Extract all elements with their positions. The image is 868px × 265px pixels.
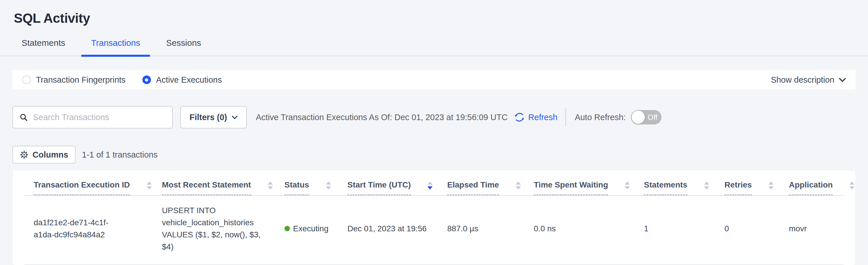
chevron-down-icon xyxy=(232,115,238,119)
sort-icon[interactable] xyxy=(268,182,273,189)
radio-label: Transaction Fingerprints xyxy=(36,75,126,85)
cell-statements: 1 xyxy=(644,223,724,235)
page-title: SQL Activity xyxy=(14,10,868,26)
column-header-transaction-execution-id[interactable]: Transaction Execution ID xyxy=(24,180,162,195)
content-area: Transaction Fingerprints Active Executio… xyxy=(0,70,868,265)
transactions-table: Transaction Execution ID Most Recent Sta… xyxy=(12,170,856,265)
page-header: SQL Activity xyxy=(0,0,868,26)
toggle-knob xyxy=(631,111,645,124)
column-header-most-recent-statement[interactable]: Most Recent Statement xyxy=(162,180,284,195)
filters-label: Filters (0) xyxy=(189,113,227,122)
as-of-timestamp: Active Transaction Executions As Of: Dec… xyxy=(256,113,508,122)
column-header-time-spent-waiting[interactable]: Time Spent Waiting xyxy=(534,180,644,195)
search-icon xyxy=(19,113,28,122)
refresh-icon xyxy=(514,112,525,123)
sort-icon[interactable] xyxy=(147,182,152,189)
sort-icon[interactable] xyxy=(625,182,630,189)
column-header-application[interactable]: Application xyxy=(789,180,855,195)
radio-circle-icon[interactable] xyxy=(143,76,151,84)
cell-retries: 0 xyxy=(724,223,789,235)
sort-icon[interactable] xyxy=(849,182,855,189)
cell-transaction-execution-id[interactable]: da1f21e2-de71-4c1f-a1da-dc9fc94a84a2 xyxy=(24,217,131,241)
sort-icon[interactable] xyxy=(427,182,433,189)
toggle-state-label: Off xyxy=(648,113,657,122)
columns-label: Columns xyxy=(32,150,68,160)
column-header-status[interactable]: Status xyxy=(284,180,347,195)
tab-bar: Statements Transactions Sessions xyxy=(0,38,868,56)
search-box[interactable] xyxy=(12,106,173,129)
tab-sessions[interactable]: Sessions xyxy=(153,38,214,56)
status-badge: Executing xyxy=(293,223,329,235)
view-mode-card: Transaction Fingerprints Active Executio… xyxy=(12,70,856,89)
columns-button[interactable]: Columns xyxy=(12,146,75,164)
toolbar: Filters (0) Active Transaction Execution… xyxy=(12,106,856,129)
table-header-row: Transaction Execution ID Most Recent Sta… xyxy=(24,170,844,196)
radio-circle-icon[interactable] xyxy=(22,76,31,84)
search-input[interactable] xyxy=(33,113,166,122)
sort-icon[interactable] xyxy=(326,182,331,189)
sort-icon[interactable] xyxy=(516,182,521,189)
show-description-toggle[interactable]: Show description xyxy=(771,75,846,85)
toolbar-divider xyxy=(565,108,566,127)
cell-time-spent-waiting: 0.0 ns xyxy=(534,223,644,235)
sort-icon[interactable] xyxy=(769,182,774,189)
column-header-retries[interactable]: Retries xyxy=(724,180,789,195)
filters-button[interactable]: Filters (0) xyxy=(180,106,247,129)
column-header-start-time[interactable]: Start Time (UTC) xyxy=(347,180,447,195)
show-description-label: Show description xyxy=(771,75,834,85)
cell-application: movr xyxy=(789,223,844,235)
result-count: 1-1 of 1 transactions xyxy=(82,150,158,160)
radio-label: Active Executions xyxy=(156,75,222,85)
auto-refresh-label: Auto Refresh: xyxy=(575,113,625,122)
table-controls: Columns 1-1 of 1 transactions xyxy=(12,146,856,164)
table-row: da1f21e2-de71-4c1f-a1da-dc9fc94a84a2 UPS… xyxy=(24,196,844,265)
gear-icon xyxy=(20,150,29,159)
cell-status: Executing xyxy=(284,223,347,235)
cell-elapsed-time: 887.0 µs xyxy=(447,223,534,235)
column-header-statements[interactable]: Statements xyxy=(644,180,724,195)
sort-icon[interactable] xyxy=(704,182,709,189)
tab-transactions[interactable]: Transactions xyxy=(78,38,153,56)
chevron-down-icon xyxy=(839,78,846,82)
auto-refresh-control: Auto Refresh: Off xyxy=(575,110,661,125)
refresh-button[interactable]: Refresh xyxy=(514,112,558,123)
status-dot-icon xyxy=(284,226,290,231)
refresh-label: Refresh xyxy=(528,113,558,122)
column-header-elapsed-time[interactable]: Elapsed Time xyxy=(447,180,534,195)
cell-most-recent-statement: UPSERT INTO vehicle_location_histories V… xyxy=(162,205,283,253)
radio-transaction-fingerprints[interactable]: Transaction Fingerprints xyxy=(22,75,126,85)
auto-refresh-toggle[interactable]: Off xyxy=(631,110,661,125)
cell-start-time: Dec 01, 2023 at 19:56 xyxy=(347,223,447,235)
tab-statements[interactable]: Statements xyxy=(9,38,78,56)
radio-active-executions[interactable]: Active Executions xyxy=(143,75,222,85)
